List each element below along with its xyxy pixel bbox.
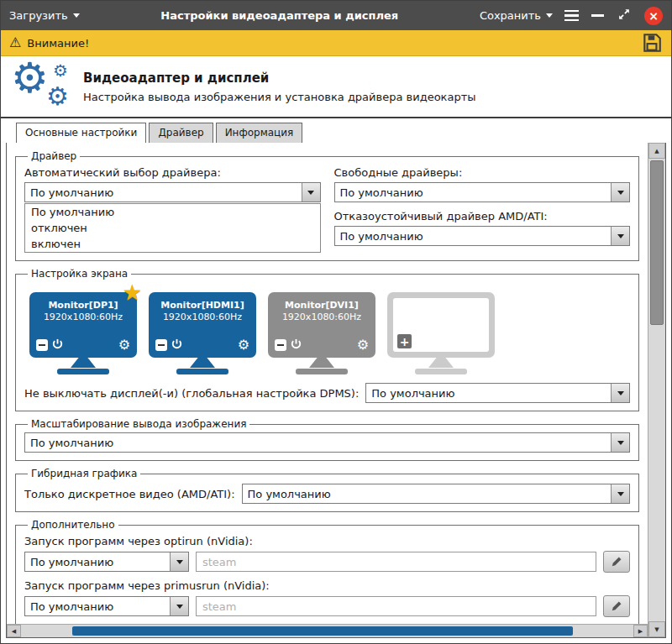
primusrun-label: Запуск программ через primusrun (nVidia)… xyxy=(24,579,630,592)
monitor-settings-button[interactable]: ⚙ xyxy=(238,338,249,352)
chevron-down-icon[interactable] xyxy=(611,484,629,503)
free-drivers-select[interactable]: По умолчанию xyxy=(334,182,631,202)
chevron-down-icon xyxy=(546,13,553,18)
monitor-card[interactable]: Monitor[HDMI1] 1920x1080:60Hz xyxy=(149,292,256,374)
save-dropdown-button[interactable]: Сохранить xyxy=(480,9,553,22)
tab-info[interactable]: Информация xyxy=(216,123,303,143)
monitor-name: Monitor[DP1] xyxy=(29,292,137,311)
horizontal-scrollbar-thumb[interactable] xyxy=(72,626,573,636)
star-icon: ★ xyxy=(123,281,142,303)
gear-icon: ⚙ xyxy=(53,62,68,79)
scroll-down-button[interactable]: ▼ xyxy=(648,621,665,637)
warning-text: Внимание! xyxy=(27,37,89,50)
discrete-video-select[interactable]: По умолчанию xyxy=(242,484,630,504)
chevron-down-icon[interactable] xyxy=(302,183,320,202)
scaling-section: Масштабирование вывода изображения По ум… xyxy=(15,418,639,461)
scaling-select[interactable]: По умолчанию xyxy=(24,432,630,453)
remove-monitor-button[interactable] xyxy=(275,339,286,351)
vertical-scrollbar[interactable]: ▲ ▼ xyxy=(648,143,665,637)
arrow-down-icon: ▼ xyxy=(654,626,659,633)
chevron-down-icon[interactable] xyxy=(611,183,629,202)
power-icon xyxy=(171,338,182,349)
list-option[interactable]: включен xyxy=(25,236,320,252)
extra-section-legend: Дополнительно xyxy=(28,519,118,531)
failsafe-driver-value: По умолчанию xyxy=(335,227,612,245)
scaling-value: По умолчанию xyxy=(25,433,611,452)
optirun-value: По умолчанию xyxy=(25,552,170,571)
empty-monitor-slot[interactable]: + xyxy=(387,292,495,374)
save-settings-button[interactable] xyxy=(641,32,663,54)
pencil-icon xyxy=(611,600,622,612)
failsafe-driver-label: Отказоустойчивый драйвер AMD/ATI: xyxy=(334,210,631,223)
screen-section-legend: Настройка экрана xyxy=(28,268,131,280)
discrete-video-label: Только дискретное видео (AMD/ATI): xyxy=(24,488,235,500)
add-monitor-button[interactable]: + xyxy=(397,334,412,348)
primusrun-edit-button[interactable] xyxy=(603,595,630,617)
chevron-down-icon[interactable] xyxy=(611,227,629,245)
monitor-settings-button[interactable]: ⚙ xyxy=(357,338,369,352)
maximize-button[interactable] xyxy=(617,7,632,25)
optirun-select[interactable]: По умолчанию xyxy=(24,552,189,572)
optirun-command-input[interactable] xyxy=(196,552,596,572)
monitor-name: Monitor[DVI1] xyxy=(268,292,375,311)
tab-driver[interactable]: Драйвер xyxy=(149,123,213,143)
page-title: Видеоадаптер и дисплей xyxy=(83,71,476,86)
power-button[interactable] xyxy=(291,337,302,353)
monitor-settings-button[interactable]: ⚙ xyxy=(118,338,130,352)
gears-icon: ⚙ ⚙ ⚙ xyxy=(11,60,76,113)
monitor-mode: 1920x1080:60Hz xyxy=(149,311,256,322)
power-button[interactable] xyxy=(52,337,63,353)
chevron-down-icon[interactable] xyxy=(611,384,629,402)
power-icon xyxy=(291,338,302,349)
list-option[interactable]: отключен xyxy=(25,220,320,236)
minimize-button[interactable] xyxy=(591,14,604,17)
failsafe-driver-select[interactable]: По умолчанию xyxy=(334,226,631,246)
auto-driver-label: Автоматический выбор драйвера: xyxy=(24,166,321,179)
remove-monitor-button[interactable] xyxy=(155,339,167,351)
driver-section-legend: Драйвер xyxy=(28,150,80,162)
settings-panel: Драйвер Автоматический выбор драйвера: П… xyxy=(7,143,648,624)
hybrid-section: Гибридная графика Только дискретное виде… xyxy=(15,468,639,512)
arrow-right-icon: ▶ xyxy=(638,628,643,635)
power-button[interactable] xyxy=(171,337,182,353)
primusrun-select[interactable]: По умолчанию xyxy=(24,596,189,616)
driver-section: Драйвер Автоматический выбор драйвера: П… xyxy=(15,150,639,261)
vertical-scrollbar-thumb[interactable] xyxy=(650,160,664,325)
page-subtitle: Настройка вывода изображения и установка… xyxy=(83,91,476,103)
chevron-down-icon[interactable] xyxy=(611,433,629,452)
discrete-video-value: По умолчанию xyxy=(243,484,611,503)
free-drivers-label: Свободные драйверы: xyxy=(334,166,631,179)
chevron-down-icon[interactable] xyxy=(170,597,188,615)
gear-icon: ⚙ xyxy=(46,84,69,109)
optirun-label: Запуск программ через optirun (nVidia): xyxy=(24,535,630,547)
app-window: Загрузить Настройки видеоадаптера и дисп… xyxy=(0,0,672,644)
auto-driver-value: По умолчанию xyxy=(25,183,302,202)
horizontal-scrollbar[interactable]: ◀ ▶ xyxy=(7,624,648,637)
monitor-name: Monitor[HDMI1] xyxy=(149,292,256,311)
optirun-edit-button[interactable] xyxy=(603,551,630,573)
chevron-down-icon[interactable] xyxy=(170,552,188,571)
load-dropdown-button[interactable]: Загрузить xyxy=(9,9,80,22)
menu-icon[interactable] xyxy=(564,10,579,22)
auto-driver-select[interactable]: По умолчанию xyxy=(24,182,321,202)
load-label: Загрузить xyxy=(9,9,68,22)
hybrid-section-legend: Гибридная графика xyxy=(28,468,140,479)
dpms-label: Не выключать дисплей(-и) (глобальная нас… xyxy=(24,387,359,400)
list-option[interactable]: По умолчанию xyxy=(25,204,320,220)
close-button[interactable]: × xyxy=(644,7,663,25)
primusrun-command-input[interactable] xyxy=(196,596,596,616)
scroll-right-button[interactable]: ▶ xyxy=(633,625,648,637)
page-header: ⚙ ⚙ ⚙ Видеоадаптер и дисплей Настройка в… xyxy=(1,56,671,118)
expand-icon xyxy=(617,7,632,22)
window-title: Настройки видеоадаптера и дисплея xyxy=(80,9,480,22)
scroll-left-button[interactable]: ◀ xyxy=(7,625,21,637)
warning-icon: ⚠ xyxy=(9,36,21,50)
scaling-section-legend: Масштабирование вывода изображения xyxy=(28,418,249,430)
scroll-up-button[interactable]: ▲ xyxy=(648,143,665,159)
monitor-mode: 1920x1080:60Hz xyxy=(268,311,375,322)
monitor-card[interactable]: ★ Monitor[DP1] 1920x1080:60Hz xyxy=(29,292,137,374)
remove-monitor-button[interactable] xyxy=(36,339,48,351)
tab-basic-settings[interactable]: Основные настройки xyxy=(16,123,146,143)
monitor-card[interactable]: Monitor[DVI1] 1920x1080:60Hz xyxy=(268,292,375,374)
dpms-select[interactable]: По умолчанию xyxy=(365,383,630,403)
